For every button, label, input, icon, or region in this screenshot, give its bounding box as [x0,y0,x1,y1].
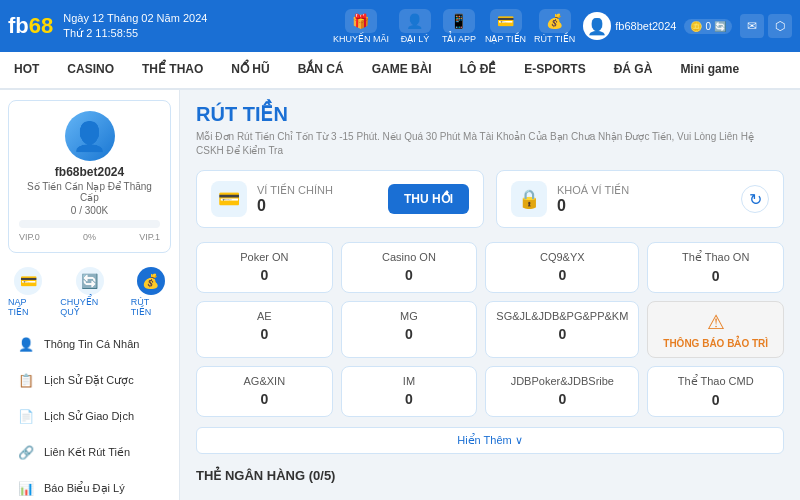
game-cq9yx[interactable]: CQ9&YX 0 [485,242,639,293]
game-the-thao-on-name: Thể Thao ON [658,251,773,264]
nav-the-thao[interactable]: THỂ THAO [128,52,217,88]
lich-su-dat-cuoc-label: Lịch Sử Đặt Cược [44,374,134,387]
page-title: RÚT TIỀN [196,102,784,126]
nav-da-ga[interactable]: ĐÁ GÀ [600,52,667,88]
dai-ly-label: ĐẠI LÝ [401,34,430,44]
show-more-button[interactable]: Hiển Thêm ∨ [196,427,784,454]
game-im-amount: 0 [352,391,467,407]
game-sgjl[interactable]: SG&JL&JDB&PG&PP&KM 0 [485,301,639,358]
nav-nap-tien[interactable]: 💳 NẠP TIỀN [485,9,526,44]
logo: fb68 [8,13,53,39]
sidebar-item-thong-tin[interactable]: 👤 Thông Tin Cá Nhân [8,327,171,361]
game-agxin-name: AG&XIN [207,375,322,387]
thong-tin-label: Thông Tin Cá Nhân [44,338,139,350]
game-the-thao-cmd[interactable]: Thể Thao CMD 0 [647,366,784,417]
nav-khuyen-mai[interactable]: 🎁 KHUYẾN MÃI [333,9,389,44]
game-agxin-amount: 0 [207,391,322,407]
game-sgjl-name: SG&JL&JDB&PG&PP&KM [496,310,628,322]
nav-rut-tien[interactable]: 💰 RÚT TIỀN [534,9,575,44]
game-poker-on-name: Poker ON [207,251,322,263]
vip-current: VIP.0 [19,232,40,242]
action-chuyen-quy[interactable]: 🔄 CHUYỂN QUỸ [60,267,119,317]
wallet-lock-refresh-icon[interactable]: ↻ [741,185,769,213]
chuyen-quy-action-icon: 🔄 [76,267,104,295]
game-agxin[interactable]: AG&XIN 0 [196,366,333,417]
game-the-thao-on-amount: 0 [658,268,773,284]
nav-casino[interactable]: CASINO [53,52,128,88]
nav-ban-ca[interactable]: BẮN CÁ [284,52,358,88]
user-area[interactable]: 👤 fb68bet2024 [583,12,676,40]
game-mg[interactable]: MG 0 [341,301,478,358]
wallet-lock-card: 🔒 KHOÁ VÍ TIỀN 0 ↻ [496,170,784,228]
game-jdbpoker-amount: 0 [496,391,628,407]
mail-icon[interactable]: ✉ [740,14,764,38]
nav-dai-ly[interactable]: 👤 ĐẠI LÝ [397,9,433,44]
game-poker-on-amount: 0 [207,267,322,283]
game-ae-amount: 0 [207,326,322,342]
game-mg-amount: 0 [352,326,467,342]
bao-bieu-dai-ly-label: Báo Biểu Đại Lý [44,482,125,495]
header-icons: ✉ ⬡ [740,14,792,38]
wallet-lock-info: KHOÁ VÍ TIỀN 0 [557,184,731,215]
nav-hot[interactable]: HOT [0,52,53,88]
sidebar-item-lien-ket-rut-tien[interactable]: 🔗 Liên Kết Rút Tiền [8,435,171,469]
nap-tien-label: NẠP TIỀN [485,34,526,44]
sidebar-item-lich-su-giao-dich[interactable]: 📄 Lịch Sử Giao Dịch [8,399,171,433]
nav-no-hu[interactable]: NỔ HŨ [217,52,283,88]
nav-lo-de[interactable]: LÔ ĐỀ [446,52,511,88]
thong-tin-icon: 👤 [16,334,36,354]
balance-coin-icon: 🪙 [690,21,702,32]
nap-tien-action-label: NAP TIỀN [8,297,48,317]
game-poker-on[interactable]: Poker ON 0 [196,242,333,293]
action-nap-tien[interactable]: 💳 NAP TIỀN [8,267,48,317]
lich-su-giao-dich-label: Lịch Sử Giao Dịch [44,410,134,423]
layout: 👤 fb68bet2024 Số Tiền Cần Nạp Để Thăng C… [0,90,800,500]
date-text: Ngày 12 Tháng 02 Năm 2024 [63,11,207,26]
vip-progress-bar [19,220,160,228]
main-nav: HOT CASINO THỂ THAO NỔ HŨ BẮN CÁ GAME BÀ… [0,52,800,90]
maintenance-text: THÔNG BÁO BẢO TRÌ [663,338,768,349]
action-rut-tien[interactable]: 💰 RÚT TIỀN [131,267,171,317]
nav-tai-app[interactable]: 📱 TẢI APP [441,9,477,44]
balance-amount: 0 [705,21,711,32]
game-im[interactable]: IM 0 [341,366,478,417]
khuyen-mai-icon: 🎁 [345,9,377,33]
sidebar-item-lich-su-dat-cuoc[interactable]: 📋 Lịch Sử Đặt Cược [8,363,171,397]
chuyen-quy-action-label: CHUYỂN QUỸ [60,297,119,317]
settings-icon[interactable]: ⬡ [768,14,792,38]
game-casino-on-amount: 0 [352,267,467,283]
game-cq9yx-amount: 0 [496,267,628,283]
wallet-lock-amount: 0 [557,197,731,215]
lien-ket-rut-tien-label: Liên Kết Rút Tiền [44,446,130,459]
nav-e-sports[interactable]: E-SPORTS [510,52,599,88]
user-avatar: 👤 [65,111,115,161]
warning-triangle-icon: ⚠ [707,310,725,334]
nav-mini-game[interactable]: Mini game [666,52,753,88]
game-im-name: IM [352,375,467,387]
game-jdbpoker[interactable]: JDBPoker&JDBSribe 0 [485,366,639,417]
lien-ket-rut-tien-icon: 🔗 [16,442,36,462]
vip-percent: 0% [83,232,96,242]
tai-app-label: TẢI APP [442,34,476,44]
game-ae-name: AE [207,310,322,322]
main-content: RÚT TIỀN Mỗi Đơn Rút Tiền Chỉ Tốn Từ 3 -… [180,90,800,500]
header-date: Ngày 12 Tháng 02 Năm 2024 Thứ 2 11:58:55 [63,11,207,42]
header-nav: 🎁 KHUYẾN MÃI 👤 ĐẠI LÝ 📱 TẢI APP 💳 NẠP TI… [333,9,792,44]
wallet-main-label: VÍ TIỀN CHÍNH [257,184,378,197]
lich-su-dat-cuoc-icon: 📋 [16,370,36,390]
game-ae[interactable]: AE 0 [196,301,333,358]
refresh-balance-icon[interactable]: 🔄 [714,21,726,32]
nav-game-bai[interactable]: GAME BÀI [358,52,446,88]
logo-fb: fb [8,13,29,38]
game-mg-name: MG [352,310,467,322]
wallet-main-card: 💳 VÍ TIỀN CHÍNH 0 THU HỒI [196,170,484,228]
sidebar-item-bao-bieu-dai-ly[interactable]: 📊 Báo Biểu Đại Lý [8,471,171,500]
header-username: fb68bet2024 [615,20,676,32]
rut-tien-action-label: RÚT TIỀN [131,297,171,317]
game-casino-on[interactable]: Casino ON 0 [341,242,478,293]
bao-bieu-dai-ly-icon: 📊 [16,478,36,498]
nap-tien-icon: 💳 [490,9,522,33]
thu-hoi-button[interactable]: THU HỒI [388,184,469,214]
game-the-thao-on[interactable]: Thể Thao ON 0 [647,242,784,293]
rut-tien-label: RÚT TIỀN [534,34,575,44]
